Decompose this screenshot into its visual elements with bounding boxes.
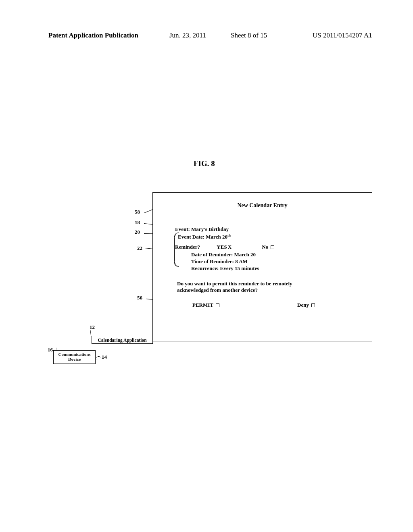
reminder-no-checkbox[interactable] [271,245,274,249]
communications-device-label: Communications Device [58,352,90,362]
event-line: Event: Mary's Birthday [175,226,229,233]
deny-checkbox[interactable] [311,303,315,307]
ref-56: 56 [137,295,142,301]
header-pubnum: US 2011/0154207 A1 [313,31,372,39]
deny-option[interactable]: Deny [297,302,315,308]
header-date: Jun. 23, 2011 [169,31,206,39]
calendaring-application-box: Calendaring Application [92,336,153,344]
ref-22: 22 [137,245,142,251]
remote-ack-question: Do you want to permit this reminder to b… [177,281,322,294]
event-label: Event: [175,226,190,232]
communications-device-box: Communications Device [53,350,96,364]
reminder-date: Date of Reminder: March 20 [191,251,256,258]
ref-20: 20 [135,229,140,235]
calendar-entry-window: New Calendar Entry Event: Mary's Birthda… [152,192,372,341]
event-date-label: Event Date: [178,234,204,240]
event-value: Mary's Birthday [191,226,229,232]
figure-label: FIG. 8 [194,159,215,168]
permit-label: PERMIT [192,302,213,308]
reminder-recurrence: Recurrence: Every 15 minutes [191,265,259,272]
ref-16: 16 [48,347,53,353]
window-title: New Calendar Entry [153,202,372,209]
ref-14-tick [96,356,101,359]
reminder-yes-mark: X [228,244,232,250]
header-publication: Patent Application Publication [48,31,138,39]
event-date-line: Event Date: March 20th [178,233,231,240]
event-date-value: March 20 [206,234,227,240]
permit-option[interactable]: PERMIT [192,302,219,308]
event-date-suffix: th [227,233,231,237]
deny-label: Deny [297,302,309,308]
header-sheet: Sheet 8 of 15 [231,31,267,39]
reminder-brace [174,233,178,266]
reminder-yes-label[interactable]: YES [217,244,227,250]
reminder-time: Time of Reminder: 8 AM [191,258,248,265]
reminder-label: Reminder? [175,244,200,250]
ref-14: 14 [102,354,107,360]
ref-58: 58 [135,209,140,215]
ref-18: 18 [135,219,140,226]
permit-checkbox[interactable] [216,303,219,307]
reminder-no-label[interactable]: No [262,244,268,250]
reminder-line: Reminder? YESX No [175,244,274,250]
